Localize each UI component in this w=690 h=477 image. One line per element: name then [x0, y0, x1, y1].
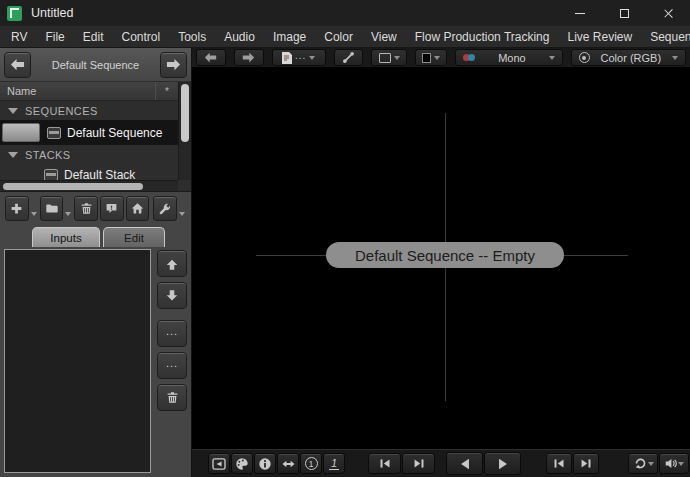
frame-mark-icon: 1	[329, 458, 339, 470]
open-folder-button[interactable]	[40, 196, 64, 221]
tree-vertical-scrollbar[interactable]	[178, 82, 191, 180]
scrollbar-thumb[interactable]	[3, 183, 143, 190]
loop-dropdown-caret-icon[interactable]	[648, 462, 654, 466]
menu-sequence[interactable]: Sequence	[641, 28, 690, 46]
menu-view[interactable]: View	[362, 28, 406, 46]
annotation-button[interactable]	[100, 196, 124, 221]
matte-dropdown-caret-icon[interactable]	[434, 56, 440, 60]
channel-dropdown-caret-icon[interactable]	[672, 56, 678, 60]
tree-group-stacks[interactable]: STACKS	[0, 145, 178, 164]
tree-item-default-sequence[interactable]: Default Sequence	[0, 120, 178, 145]
go-to-start-icon	[552, 457, 566, 470]
info-button[interactable]	[254, 453, 276, 474]
step-forward-button[interactable]	[402, 453, 435, 474]
menu-audio[interactable]: Audio	[215, 28, 264, 46]
tree-group-label: SEQUENCES	[25, 105, 98, 117]
go-to-end-button[interactable]	[573, 453, 599, 474]
inputs-list[interactable]	[4, 249, 151, 473]
rv-window: Untitled RV File Edit Control Tools Audi…	[0, 0, 690, 477]
close-button[interactable]	[646, 0, 690, 26]
menu-live-review[interactable]: Live Review	[558, 28, 641, 46]
maximize-button[interactable]	[602, 0, 646, 26]
go-to-start-button[interactable]	[546, 453, 572, 474]
add-button[interactable]	[5, 196, 29, 221]
plus-icon	[10, 202, 23, 215]
folder-dropdown-caret-icon[interactable]	[65, 212, 71, 216]
menu-color[interactable]: Color	[315, 28, 362, 46]
frame-timer-button[interactable]: 1	[300, 453, 322, 474]
collapse-triangle-icon[interactable]	[8, 152, 18, 158]
stereo-mode-select[interactable]: Mono	[455, 49, 562, 66]
home-button[interactable]	[126, 196, 150, 221]
next-view-button[interactable]	[160, 52, 187, 78]
loop-mode-button[interactable]	[628, 453, 658, 474]
session-document-button[interactable]: ...	[272, 49, 326, 66]
tree-group-sequences[interactable]: SEQUENCES	[0, 101, 178, 120]
collapse-triangle-icon[interactable]	[8, 108, 18, 114]
move-down-button[interactable]	[157, 282, 187, 309]
audio-button[interactable]	[659, 453, 689, 474]
menu-image[interactable]: Image	[264, 28, 315, 46]
mask-button[interactable]	[371, 49, 407, 66]
frame-number-button[interactable]: 1	[323, 453, 345, 474]
play-backward-button[interactable]	[446, 452, 483, 475]
step-back-button[interactable]	[368, 453, 401, 474]
channel-display-select[interactable]: Color (RGB)	[571, 49, 686, 66]
color-tools-button[interactable]	[231, 453, 253, 474]
tree-column-name[interactable]: Name	[0, 82, 156, 100]
titlebar: Untitled	[0, 0, 690, 26]
timeline-toggle-button[interactable]	[208, 453, 230, 474]
remove-input-button[interactable]	[157, 384, 187, 411]
maximize-icon	[620, 9, 629, 18]
document-dropdown-caret-icon[interactable]	[309, 56, 315, 60]
window-controls	[558, 0, 690, 26]
in-out-range-button[interactable]	[277, 453, 299, 474]
tab-inputs[interactable]: Inputs	[32, 227, 100, 247]
inputs-side-buttons: ... ...	[153, 247, 191, 477]
document-dots-label: ...	[295, 50, 306, 65]
menu-edit[interactable]: Edit	[74, 28, 113, 46]
comment-icon	[105, 202, 118, 215]
wipe-tool-button[interactable]	[334, 49, 364, 66]
matte-swatch-icon	[422, 53, 431, 63]
prev-view-button[interactable]	[4, 52, 31, 78]
audio-dropdown-caret-icon[interactable]	[678, 462, 684, 466]
tree-column-flag[interactable]: *	[156, 86, 178, 97]
move-up-button[interactable]	[157, 250, 187, 277]
trash-icon	[80, 202, 93, 215]
view-back-button[interactable]	[196, 49, 226, 66]
channel-display-icon	[579, 52, 590, 63]
menu-rv[interactable]: RV	[2, 28, 36, 46]
add-dropdown-caret-icon[interactable]	[31, 212, 37, 216]
menu-tools[interactable]: Tools	[169, 28, 215, 46]
panel-tabs: Inputs Edit	[0, 225, 191, 247]
more-options-button-1[interactable]: ...	[157, 320, 187, 347]
menu-file[interactable]: File	[36, 28, 73, 46]
session-panel: Default Sequence Name * SEQUENCES	[0, 48, 192, 477]
matte-button[interactable]	[415, 49, 447, 66]
delete-button[interactable]	[74, 196, 98, 221]
window-title: Untitled	[31, 6, 558, 20]
transport-bar: 1 1	[192, 449, 690, 477]
stereo-mode-icon	[463, 54, 475, 61]
tree-horizontal-scrollbar[interactable]	[0, 180, 178, 191]
menu-flow-production-tracking[interactable]: Flow Production Tracking	[406, 28, 559, 46]
sequence-thumbnail	[2, 123, 40, 142]
menu-control[interactable]: Control	[112, 28, 169, 46]
settings-button[interactable]	[153, 196, 177, 221]
viewer-canvas[interactable]: Default Sequence -- Empty	[192, 68, 690, 449]
speaker-icon	[664, 457, 678, 470]
tab-edit[interactable]: Edit	[103, 227, 165, 247]
stereo-dropdown-caret-icon[interactable]	[549, 56, 555, 60]
step-forward-icon	[412, 457, 426, 470]
play-forward-button[interactable]	[484, 452, 521, 475]
minimize-button[interactable]	[558, 0, 602, 26]
scrollbar-thumb[interactable]	[181, 84, 189, 142]
channel-display-value: Color (RGB)	[595, 52, 667, 64]
mask-dropdown-caret-icon[interactable]	[394, 56, 400, 60]
info-icon	[258, 457, 272, 471]
more-options-button-2[interactable]: ...	[157, 352, 187, 379]
inputs-area: ... ...	[0, 247, 191, 477]
view-forward-button[interactable]	[234, 49, 264, 66]
settings-dropdown-caret-icon[interactable]	[179, 212, 185, 216]
